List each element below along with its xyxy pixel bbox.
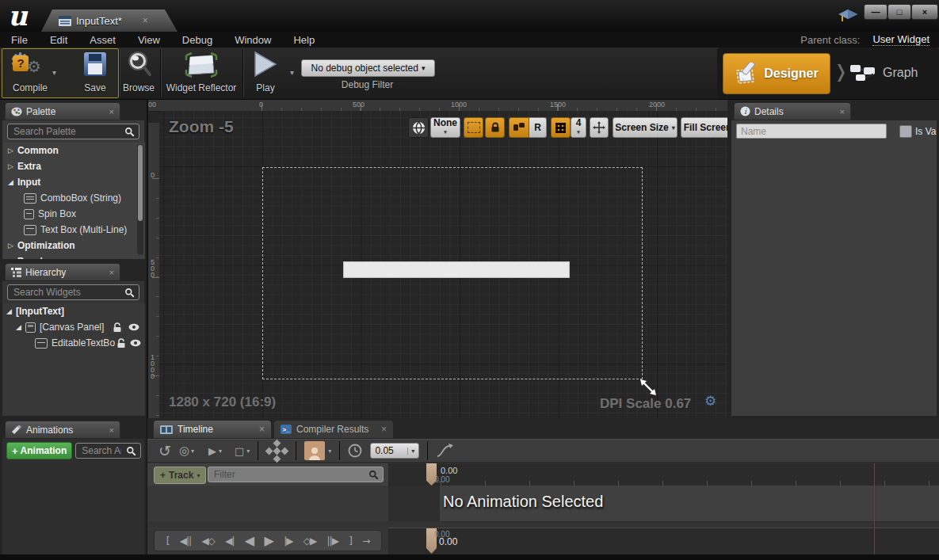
maximize-button[interactable]: □ [887,4,911,20]
keyframe-diamonds-icon[interactable] [273,447,281,455]
details-tab[interactable]: i Details × [734,102,851,120]
step-back-button[interactable]: ◀| [225,535,234,547]
palette-category-common[interactable]: ▷ Common [3,143,145,158]
animations-tab[interactable]: Animations × [5,421,120,438]
curve-editor-icon[interactable] [436,443,453,459]
dpi-settings-gear-icon[interactable]: ⚙ [704,393,716,410]
loop-toggle-button[interactable]: → [362,535,369,547]
range-options-button[interactable]: □ ▾ [235,445,250,457]
parent-class-value[interactable]: User Widget [872,33,929,46]
respect-locks-button[interactable]: R [529,117,547,138]
play-forward-button[interactable]: ▶ [264,533,273,548]
designer-viewport[interactable]: 00 0 500 1000 1500 2000 0 500 1000 Zoom … [147,100,727,418]
timeline-ruler[interactable]: 0.00 0.00 5.00 [388,463,939,486]
compiler-tab-close-icon[interactable]: × [381,424,387,435]
step-back-frame-button[interactable]: ◀|| [180,535,191,547]
anchor-widget-button[interactable] [509,117,529,138]
expander-expanded-icon[interactable]: ◢ [16,323,21,331]
play-button[interactable]: Play [246,51,285,95]
animations-close-icon[interactable]: × [109,425,114,435]
grid-snap-size-dropdown[interactable]: 4 ▾ [571,117,586,138]
menu-help[interactable]: Help [293,34,315,46]
asset-tab-close-icon[interactable]: × [143,15,148,26]
track-content-area[interactable]: No Animation Selected [440,486,939,522]
expander-collapsed-icon[interactable]: ▷ [8,147,13,154]
palette-item-spinbox[interactable]: Spin Box [3,206,145,222]
snap-interval-dropdown[interactable]: 0.05 ▾ [370,443,419,459]
palette-category-extra[interactable]: ▷ Extra [3,158,145,174]
add-animation-button[interactable]: + Animation [6,442,72,459]
preview-none-dropdown[interactable]: None ▾ [430,117,460,138]
details-close-icon[interactable]: × [840,107,845,116]
add-track-button[interactable]: + Track ▾ [154,467,206,484]
autokey-actor-button[interactable]: ▾ [304,441,331,460]
localization-preview-button[interactable] [408,117,429,138]
hierarchy-row-editabletextbox[interactable]: EditableTextBo [3,335,145,351]
step-forward-button[interactable]: |▶ [284,535,292,547]
compile-button[interactable]: ⚙ ⚙ ? Compile [8,51,52,95]
timeline-tab-close-icon[interactable]: × [259,424,265,435]
widget-name-input[interactable] [736,124,887,139]
transport-timeline-strip[interactable]: 0.00 0.00 5.00 [388,528,939,555]
unlock-icon[interactable] [113,322,122,333]
visibility-eye-icon[interactable] [128,323,139,331]
transform-mode-button[interactable] [590,117,609,138]
expander-expanded-icon[interactable]: ◢ [8,178,13,186]
menu-window[interactable]: Window [235,34,271,46]
timeline-tab[interactable]: Timeline × [154,421,271,438]
tutorial-cap-icon[interactable] [838,8,857,24]
browse-button[interactable]: Browse [120,51,157,95]
hierarchy-row-canvas[interactable]: ◢ [Canvas Panel] [3,319,145,335]
hierarchy-close-icon[interactable]: × [109,268,114,277]
palette-search[interactable] [7,124,139,139]
designer-mode-button[interactable]: Designer [723,53,830,94]
visibility-eye-icon[interactable] [130,339,141,347]
palette-category-input[interactable]: ◢ Input [3,174,145,190]
hierarchy-search[interactable] [7,284,139,300]
menu-edit[interactable]: Edit [50,34,67,46]
close-button[interactable]: × [911,4,938,20]
expander-collapsed-icon[interactable]: ▷ [8,242,13,250]
minimize-button[interactable]: — [864,4,887,20]
save-button[interactable]: Save [76,51,114,95]
to-front-button[interactable]: [ [166,535,170,547]
palette-scrollbar[interactable] [137,144,143,255]
lock-toggle-button[interactable] [485,117,505,138]
debug-object-dropdown[interactable]: No debug object selected ▾ [301,59,435,77]
hierarchy-tab[interactable]: Hierarchy × [5,263,120,280]
palette-category-optimization[interactable]: ▷ Optimization [3,238,145,253]
expander-collapsed-icon[interactable]: ▷ [8,162,13,170]
asset-tab[interactable]: InputText* × [41,10,177,32]
menu-asset[interactable]: Asset [90,34,116,46]
animations-search-input[interactable] [80,444,123,457]
editabletextbox-widget[interactable] [343,261,570,278]
unlock-icon[interactable] [116,338,126,349]
palette-search-input[interactable] [12,125,121,138]
palette-category-panel[interactable]: ▷ Panel [3,253,145,259]
play-reverse-button[interactable]: ◀ [245,533,254,548]
widget-reflector-button[interactable]: Widget Reflector [163,51,239,95]
to-end-button[interactable]: ] [349,535,352,547]
palette-scrollbar-thumb[interactable] [138,145,143,221]
is-variable-checkbox[interactable] [899,125,912,138]
compiler-results-tab[interactable]: >_ Compiler Results × [274,421,393,438]
outline-toggle-button[interactable] [464,117,483,138]
next-key-button[interactable]: ◇▶ [303,535,316,547]
step-forward-frame-button[interactable]: ||▶ [327,535,338,547]
menu-debug[interactable]: Debug [182,34,212,46]
grid-snap-toggle-button[interactable] [551,117,571,138]
palette-close-icon[interactable]: × [109,107,114,116]
playback-options-button[interactable]: ▶ ▾ [208,445,222,457]
snap-time-clock-icon[interactable] [348,444,362,458]
menu-file[interactable]: File [11,34,28,46]
prev-key-button[interactable]: ◀◇ [201,535,214,547]
palette-item-textbox-multiline[interactable]: Text Box (Multi-Line) [3,222,145,238]
track-filter[interactable] [208,467,384,482]
hierarchy-search-input[interactable] [12,286,121,299]
compile-options-caret-icon[interactable]: ▾ [52,68,56,77]
expander-expanded-icon[interactable]: ◢ [6,307,12,315]
hierarchy-row-root[interactable]: ◢ [InputText] [3,303,145,319]
resize-handle-icon[interactable] [639,379,657,396]
sequencer-options-icon[interactable]: ↺ [158,442,171,459]
screen-size-dropdown[interactable]: Screen Size ▾ [613,117,678,138]
